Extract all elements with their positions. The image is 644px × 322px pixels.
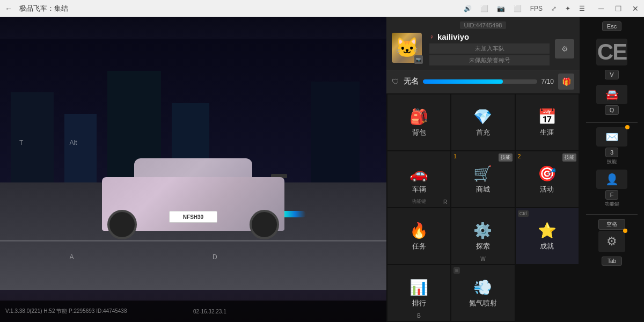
avatar-badge: 📷 [414, 55, 423, 64]
menu-item-vehicle[interactable]: 🚗 车辆 R 功能键 [387, 151, 450, 207]
menu-icon[interactable]: ☰ [576, 4, 588, 13]
uid-text: UID:44745498 [460, 21, 507, 29]
menu-item-topup[interactable]: 💎 首充 [451, 94, 514, 150]
shop-label: 商城 [476, 185, 490, 194]
settings-icon-panel[interactable]: ⚙ [598, 231, 625, 252]
divider-1 [586, 122, 638, 123]
f-key[interactable]: F [605, 190, 619, 200]
level-bar: 🛡 无名 7/10 🎁 [386, 70, 580, 93]
menu-grid: 🎒 背包 💎 首充 📅 生涯 🚗 车辆 R 功能键 1 🛒 [386, 93, 580, 322]
menu-item-nitro[interactable]: 💨 氮气喷射 E [451, 265, 514, 321]
mission-label: 任务 [412, 241, 426, 251]
screen-icon[interactable]: ⬜ [510, 4, 525, 13]
v-key[interactable]: V [605, 70, 618, 79]
shield-icon: 🛡 [392, 77, 399, 86]
fps-label[interactable]: FPS [527, 4, 546, 13]
menu-item-explore[interactable]: ⚙️ 探索 W [451, 208, 514, 264]
space-key[interactable]: 空格 [598, 219, 625, 230]
gift-button[interactable]: 🎁 [558, 74, 574, 90]
achievement-icon: ⭐ [538, 222, 557, 239]
activity-skill-badge: 技能 [562, 153, 576, 162]
car-wheel-left [107, 210, 137, 239]
datetime-info: 02-16.32.23.1 [193, 309, 381, 314]
backpack-label: 背包 [412, 128, 426, 137]
volume-icon[interactable]: 🔊 [460, 4, 475, 13]
career-label: 生涯 [540, 128, 554, 137]
divider-2 [586, 214, 638, 215]
ce-text: CE [597, 39, 626, 65]
gear-wrapper: ⚙ [598, 231, 625, 252]
back-button[interactable]: ← [0, 0, 17, 17]
shortcut-panel: Esc CE V 🚘 Q ✉️ [580, 17, 644, 322]
version-info: V:1.3.38.0(221) H:52 节能 P:2295693 ID:447… [5, 308, 193, 315]
level-count: 7/10 [541, 78, 554, 85]
level-progress-bar [423, 79, 537, 84]
ranking-icon: 📊 [409, 279, 428, 296]
key-hint-t: T [19, 139, 23, 147]
funckey-label: 功能键 [605, 201, 619, 208]
key-hint-a: A [70, 253, 74, 261]
vehicle-icon: 🚗 [409, 165, 428, 182]
window-title: 极品飞车：集结 [17, 4, 460, 13]
star-icon[interactable]: ✦ [562, 4, 574, 13]
ce-panel: CE [596, 39, 627, 65]
menu-item-shop[interactable]: 1 🛒 商城 技能 [451, 151, 514, 207]
topup-label: 首充 [476, 128, 490, 137]
maximize-button[interactable]: ☐ [610, 0, 627, 17]
tab-key[interactable]: Tab [602, 257, 622, 266]
mail-icon: ✉️ [605, 130, 619, 143]
menu-item-mission[interactable]: 🔥 任务 [387, 208, 450, 264]
vehicle-key: R [443, 199, 447, 205]
person-icon-panel[interactable]: 👤 [596, 170, 627, 189]
shop-skill-badge: 技能 [499, 153, 513, 162]
settings-notification-badge [623, 229, 627, 233]
key-3[interactable]: 3 [605, 148, 618, 157]
menu-item-career[interactable]: 📅 生涯 [516, 94, 579, 150]
level-name: 无名 [404, 77, 419, 86]
team-status[interactable]: 未加入车队 [429, 43, 550, 54]
key-hint-d: D [213, 253, 217, 261]
user-header: UID:44745498 📷 ♀ kailiviyo 未加入车队 未佩戴荣誉称号… [386, 17, 580, 70]
menu-item-ranking[interactable]: 📊 排行 B [387, 265, 450, 321]
shortcut-f: 👤 F 功能键 [588, 170, 636, 208]
minimize-button[interactable]: ─ [592, 0, 610, 17]
explore-label: 探索 [476, 241, 490, 251]
display-icon[interactable]: ⬜ [477, 4, 492, 13]
user-settings-button[interactable]: ⚙ [555, 39, 574, 58]
shortcut-esc: Esc [588, 21, 636, 32]
mail-icon-panel[interactable]: ✉️ [596, 127, 627, 147]
explore-key: W [480, 256, 485, 262]
user-info: 📷 ♀ kailiviyo 未加入车队 未佩戴荣誉称号 ⚙ [392, 32, 574, 65]
mission-icon: 🔥 [409, 222, 428, 239]
honor-status[interactable]: 未佩戴荣誉称号 [429, 55, 550, 65]
skill-label-3: 技能 [607, 158, 617, 165]
vehicle-label: 车辆 [412, 185, 426, 194]
q-icon-panel[interactable]: 🚘 [596, 85, 627, 104]
career-icon: 📅 [538, 108, 557, 126]
topup-icon: 💎 [473, 108, 492, 126]
camera-icon[interactable]: 📷 [494, 4, 508, 13]
esc-key[interactable]: Esc [602, 21, 621, 31]
user-gender-icon: ♀ [429, 33, 434, 41]
avatar-container: 📷 [392, 33, 424, 65]
window-buttons: ─ ☐ ✕ [592, 0, 644, 17]
menu-item-backpack[interactable]: 🎒 背包 [387, 94, 450, 150]
key-hint-alt: Alt [70, 139, 77, 147]
ce-display: CE [588, 39, 636, 65]
achievement-label: 成就 [540, 241, 554, 251]
status-bar: V:1.3.38.0(221) H:52 节能 P:2295693 ID:447… [0, 301, 386, 322]
shop-num: 1 [453, 153, 457, 159]
game-viewport: NFSH30 T Alt A D V:1.3.38.0(221) H:52 节能… [0, 17, 386, 322]
fullscreen-icon[interactable]: ⤢ [548, 4, 560, 13]
shortcut-space: 空格 ⚙ [588, 219, 636, 252]
close-button[interactable]: ✕ [627, 0, 644, 17]
ranking-label: 排行 [412, 298, 426, 308]
nitro-icon: 💨 [473, 279, 492, 296]
shortcut-v: V [588, 70, 636, 80]
menu-item-achievement[interactable]: ⭐ 成就 Ctrl [516, 208, 579, 264]
shortcut-q: 🚘 Q [588, 85, 636, 116]
menu-item-activity[interactable]: 2 🎯 活动 技能 [516, 151, 579, 207]
car-model: NFSH30 [80, 140, 306, 258]
menu-panel: UID:44745498 📷 ♀ kailiviyo 未加入车队 未佩戴荣誉称号… [386, 17, 580, 322]
q-key[interactable]: Q [605, 105, 619, 115]
